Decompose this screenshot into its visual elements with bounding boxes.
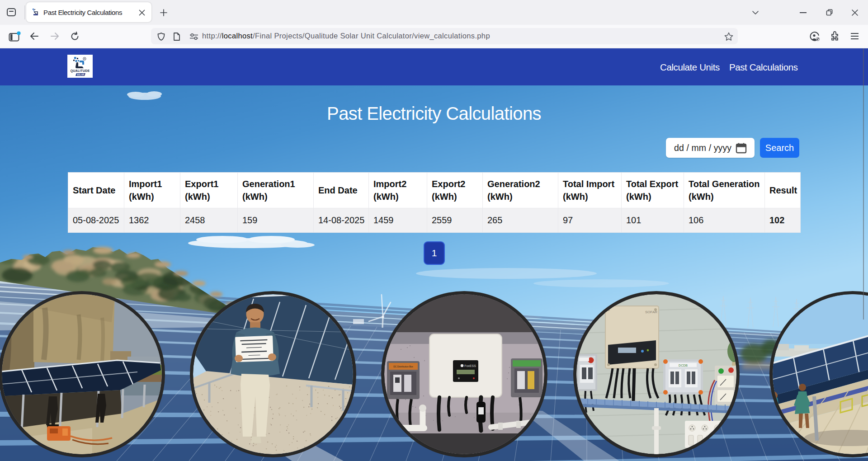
svg-text:SOLAR: SOLAR [77,74,85,76]
svg-text:DCDB: DCDB [679,364,688,367]
svg-text:DC Distribution Box: DC Distribution Box [393,365,413,368]
svg-text:FoxESS: FoxESS [464,364,476,367]
svg-text:QUALITUDE: QUALITUDE [71,69,90,73]
